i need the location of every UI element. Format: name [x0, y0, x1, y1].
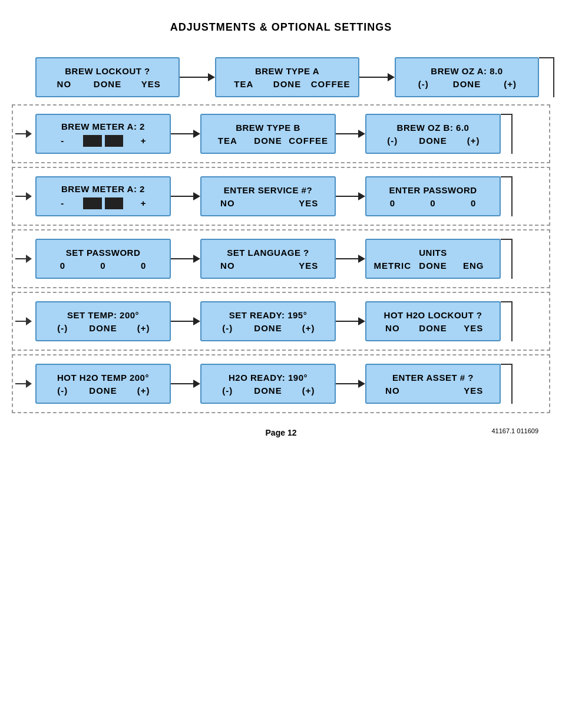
row-group-5: SET TEMP: 200° (-)DONE(+) SET READY: 195… — [6, 292, 556, 351]
page-title: ADJUSTMENTS & OPTIONAL SETTINGS — [0, 0, 562, 51]
box-h2o-ready: H2O READY: 190° (-)DONE(+) — [200, 364, 336, 404]
box-brew-meter-a-3: BREW METER A: 2 - + — [35, 176, 171, 216]
box-set-ready: SET READY: 195° (-)DONE(+) — [200, 301, 336, 341]
row-group-3: BREW METER A: 2 - + ENTER SE — [6, 167, 556, 226]
arrow-r3-2-3 — [336, 192, 365, 200]
arrow-r4-2-3 — [336, 255, 365, 263]
arrow-r6-1-2 — [171, 380, 200, 388]
arrow-r2-2-3 — [336, 130, 365, 138]
row-group-1: BREW LOCKOUT ? NODONEYES BREW TYPE A TEA… — [6, 51, 556, 101]
row-group-2: BREW METER A: 2 - + — [6, 104, 556, 163]
box-brew-lockout: BREW LOCKOUT ? NODONEYES — [35, 57, 180, 97]
row-group-4: SET PASSWORD 000 SET LANGUAGE ? NOYES — [6, 229, 556, 288]
box-enter-password: ENTER PASSWORD 000 — [365, 176, 501, 216]
document-code: 41167.1 011609 — [491, 427, 538, 434]
box-set-password: SET PASSWORD 000 — [35, 239, 171, 279]
page-footer: Page 12 41167.1 011609 — [0, 427, 562, 438]
arrow-1-2 — [180, 73, 215, 81]
box-brew-type-a: BREW TYPE A TEADONECOFFEE — [215, 57, 359, 97]
box-enter-asset: ENTER ASSET # ? NOYES — [365, 364, 501, 404]
left-entry-arrow-2 — [13, 130, 35, 138]
box-units: UNITS METRICDONEENG — [365, 239, 501, 279]
arrow-2-3 — [359, 73, 395, 81]
box-brew-type-b: BREW TYPE B TEADONECOFFEE — [200, 114, 336, 154]
arrow-r4-1-2 — [171, 255, 200, 263]
arrow-r3-1-2 — [171, 192, 200, 200]
left-entry-arrow-6 — [13, 380, 35, 388]
left-entry-arrow-5 — [13, 317, 35, 325]
arrow-r2-1-2 — [171, 130, 200, 138]
box-brew-oz-a: BREW OZ A: 8.0 (-)DONE(+) — [395, 57, 539, 97]
box-enter-service: ENTER SERVICE #? NOYES — [200, 176, 336, 216]
arrow-r5-2-3 — [336, 317, 365, 325]
left-entry-arrow-4 — [13, 255, 35, 263]
page-number: Page 12 — [266, 428, 297, 437]
arrow-r5-1-2 — [171, 317, 200, 325]
box-brew-oz-b: BREW OZ B: 6.0 (-)DONE(+) — [365, 114, 501, 154]
box-hot-h2o-temp: HOT H2O TEMP 200° (-)DONE(+) — [35, 364, 171, 404]
box-hot-h2o-lockout: HOT H2O LOCKOUT ? NODONEYES — [365, 301, 501, 341]
row-group-6: HOT H2O TEMP 200° (-)DONE(+) H2O READY: … — [6, 354, 556, 413]
box-set-temp: SET TEMP: 200° (-)DONE(+) — [35, 301, 171, 341]
arrow-r6-2-3 — [336, 380, 365, 388]
box-set-language: SET LANGUAGE ? NOYES — [200, 239, 336, 279]
box-brew-meter-a-2: BREW METER A: 2 - + — [35, 114, 171, 154]
left-entry-arrow-3 — [13, 192, 35, 200]
